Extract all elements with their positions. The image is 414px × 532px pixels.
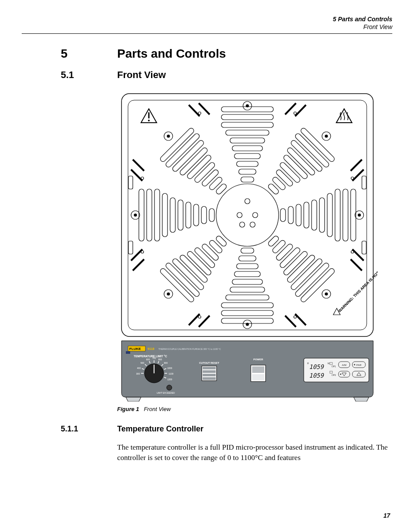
svg-rect-86 <box>208 176 223 191</box>
front-view-diagram: WARNING: THIS AREA IS HOT FLUKE 9118 THE… <box>117 89 378 401</box>
svg-line-122 <box>295 314 306 325</box>
svg-rect-25 <box>226 295 269 300</box>
svg-rect-51 <box>280 209 286 222</box>
svg-text:900: 900 <box>164 362 168 364</box>
svg-rect-40 <box>201 206 207 224</box>
svg-text:600: 600 <box>146 358 150 361</box>
svg-rect-58 <box>275 169 293 187</box>
svg-rect-23 <box>221 310 273 316</box>
svg-point-93 <box>134 214 137 216</box>
svg-text:700: 700 <box>152 357 156 359</box>
svg-rect-172 <box>252 374 264 380</box>
svg-rect-48 <box>304 202 309 228</box>
svg-rect-20 <box>239 169 256 174</box>
svg-point-6 <box>216 184 279 246</box>
body-paragraph: The temperature controller is a full PID… <box>117 442 388 463</box>
svg-rect-80 <box>165 133 200 168</box>
svg-rect-60 <box>267 183 279 195</box>
svg-rect-38 <box>186 202 191 228</box>
svg-line-121 <box>199 316 210 327</box>
svg-point-189 <box>340 374 342 375</box>
svg-rect-167 <box>203 374 216 376</box>
svg-rect-26 <box>230 287 265 292</box>
svg-point-89 <box>246 104 249 107</box>
svg-line-117 <box>199 103 210 114</box>
svg-text:CUTOUT RESET: CUTOUT RESET <box>199 362 220 364</box>
heading-2-number: 5.1 <box>61 69 117 81</box>
power-switch[interactable] <box>251 365 266 382</box>
cutout-reset-button[interactable] <box>202 366 217 381</box>
figure-caption: Figure 1 Front View <box>117 406 388 412</box>
svg-rect-87 <box>215 183 227 195</box>
svg-line-119 <box>285 103 296 114</box>
svg-rect-79 <box>159 127 195 163</box>
svg-rect-59 <box>272 176 286 191</box>
svg-rect-55 <box>286 147 316 176</box>
svg-point-10 <box>240 222 245 227</box>
svg-point-95 <box>358 214 361 216</box>
svg-rect-37 <box>178 200 183 230</box>
svg-rect-29 <box>237 264 258 269</box>
svg-text:800: 800 <box>158 358 162 361</box>
svg-rect-17 <box>232 146 263 151</box>
svg-rect-1 <box>128 100 367 330</box>
svg-rect-112 <box>128 176 133 189</box>
svg-rect-16 <box>230 138 265 143</box>
svg-line-120 <box>189 314 200 325</box>
svg-text:THERMOCOUPLE CALIBRATION FURNA: THERMOCOUPLE CALIBRATION FURNACE 300 °C … <box>158 348 221 350</box>
svg-rect-168 <box>203 377 216 380</box>
svg-rect-52 <box>300 127 335 163</box>
svg-rect-43 <box>343 189 348 241</box>
svg-point-91 <box>246 323 249 326</box>
svg-rect-67 <box>275 243 293 261</box>
svg-point-101 <box>167 293 170 295</box>
svg-rect-72 <box>171 258 204 291</box>
svg-rect-21 <box>241 177 254 182</box>
svg-text:1000: 1000 <box>167 367 172 369</box>
heading-1-number: 5 <box>61 47 117 61</box>
svg-line-130 <box>351 259 362 271</box>
svg-rect-64 <box>286 254 316 284</box>
svg-rect-13 <box>221 114 273 120</box>
svg-line-118 <box>295 105 306 116</box>
svg-text:A/M: A/M <box>342 364 347 366</box>
svg-text:1059: 1059 <box>309 372 324 379</box>
svg-point-99 <box>325 135 328 137</box>
svg-rect-69 <box>267 235 279 247</box>
svg-point-4 <box>148 120 150 121</box>
limit-exceeded-led <box>167 385 172 390</box>
svg-rect-54 <box>290 140 323 173</box>
svg-rect-82 <box>179 147 208 176</box>
svg-point-9 <box>253 212 258 218</box>
svg-rect-81 <box>171 140 204 173</box>
svg-text:500: 500 <box>141 362 145 364</box>
svg-rect-78 <box>215 235 227 247</box>
svg-text:300: 300 <box>136 372 140 375</box>
svg-point-11 <box>250 222 255 227</box>
svg-rect-114 <box>362 176 366 189</box>
svg-text:TEMPERATURE LIMIT °C: TEMPERATURE LIMIT °C <box>134 355 167 358</box>
svg-text:OP2: OP2 <box>332 374 336 376</box>
svg-rect-35 <box>162 193 168 237</box>
svg-rect-44 <box>335 189 340 241</box>
svg-rect-27 <box>232 279 263 284</box>
header-chapter: 5 Parts and Controls <box>22 15 392 23</box>
svg-rect-30 <box>239 256 256 261</box>
svg-point-8 <box>237 212 242 218</box>
svg-rect-14 <box>221 122 273 127</box>
svg-rect-36 <box>170 198 175 232</box>
page-number: 17 <box>383 512 390 519</box>
svg-text:POWER: POWER <box>253 358 263 361</box>
svg-line-126 <box>133 259 144 271</box>
svg-rect-61 <box>300 268 335 303</box>
svg-rect-15 <box>226 130 269 135</box>
svg-text:1200: 1200 <box>167 378 172 381</box>
svg-rect-31 <box>241 248 254 253</box>
svg-rect-28 <box>234 271 260 277</box>
svg-rect-63 <box>290 258 323 291</box>
svg-rect-19 <box>237 161 258 166</box>
svg-point-7 <box>245 199 250 204</box>
svg-rect-33 <box>147 189 152 241</box>
header-section: Front View <box>22 23 392 31</box>
svg-rect-34 <box>154 189 160 241</box>
